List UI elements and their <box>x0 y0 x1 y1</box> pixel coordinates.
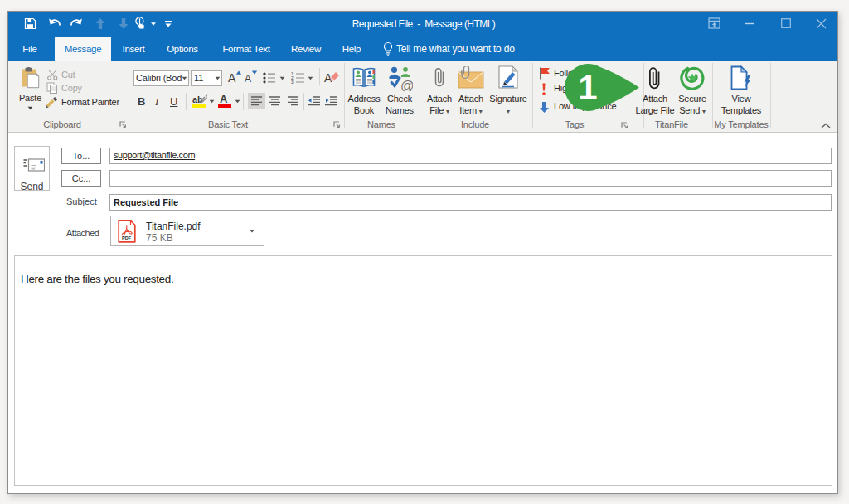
svg-text:1: 1 <box>578 68 597 107</box>
svg-text:@: @ <box>400 78 413 92</box>
svg-text:3: 3 <box>291 80 294 84</box>
svg-text:PDF: PDF <box>122 235 132 240</box>
